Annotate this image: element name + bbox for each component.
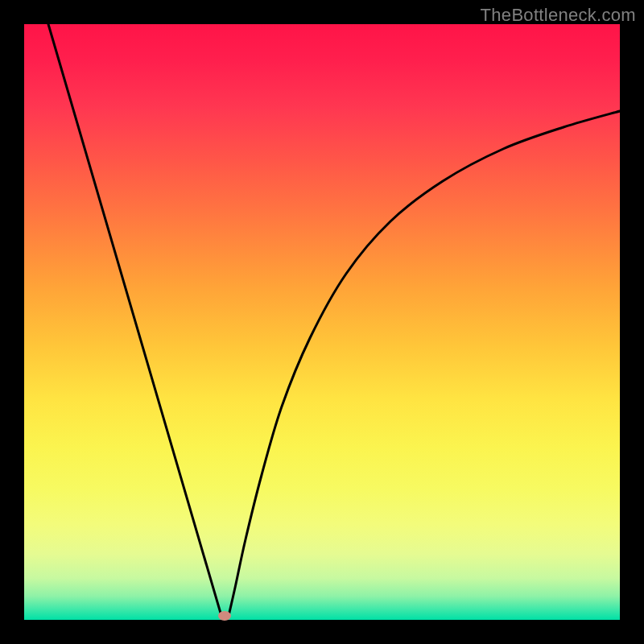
curve-right-segment xyxy=(229,111,620,616)
bottleneck-curve xyxy=(24,24,620,620)
watermark-text: TheBottleneck.com xyxy=(481,5,636,26)
minimum-marker xyxy=(218,611,231,621)
chart-plot-area xyxy=(24,24,620,620)
curve-left-segment xyxy=(48,24,221,616)
